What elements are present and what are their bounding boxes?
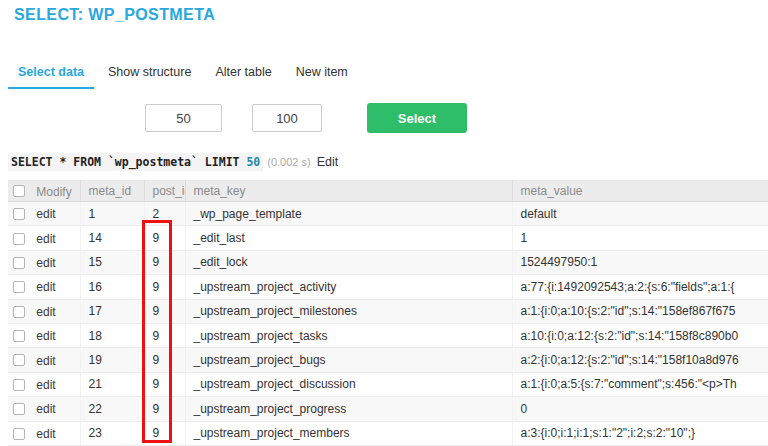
meta-key-cell: _upstream_project_bugs <box>185 348 512 372</box>
post-id-cell: 9 <box>144 299 185 323</box>
post-id-cell: 9 <box>144 226 185 250</box>
column-header-modify: Modify <box>8 181 80 202</box>
post-id-cell: 9 <box>144 348 185 372</box>
modify-cell: edit <box>8 275 80 299</box>
table-body: edit 1 2 _wp_page_template default edit … <box>8 202 768 446</box>
tab-new-item[interactable]: New item <box>286 60 358 89</box>
meta-id-cell: 23 <box>80 421 144 445</box>
edit-link[interactable]: edit <box>36 232 55 246</box>
page-title: SELECT: WP_POSTMETA <box>14 6 215 24</box>
edit-link[interactable]: edit <box>36 378 55 392</box>
row-checkbox[interactable] <box>13 233 25 245</box>
tab-select-data[interactable]: Select data <box>8 60 94 89</box>
meta-value-cell: a:10:{i:0;a:12:{s:2:"id";s:14:"158f8c890… <box>512 323 768 347</box>
meta-key-cell: _upstream_project_milestones <box>185 299 512 323</box>
sql-query-line: SELECT * FROM `wp_postmeta` LIMIT 50(0.0… <box>8 155 338 169</box>
row-checkbox[interactable] <box>13 306 25 318</box>
table-row: edit 15 9 _edit_lock 1524497950:1 <box>8 250 768 274</box>
meta-key-cell: _edit_last <box>185 226 512 250</box>
post-id-cell: 9 <box>144 250 185 274</box>
post-id-cell: 9 <box>144 397 185 421</box>
edit-link[interactable]: edit <box>36 305 55 319</box>
meta-key-cell: _upstream_project_activity <box>185 275 512 299</box>
table-row: edit 14 9 _edit_last 1 <box>8 226 768 250</box>
results-table-wrapper: Modify meta_id post_id meta_key meta_val… <box>8 180 768 446</box>
modify-cell: edit <box>8 202 80 226</box>
table-row: edit 1 2 _wp_page_template default <box>8 202 768 226</box>
row-checkbox[interactable] <box>13 379 25 391</box>
post-id-cell: 9 <box>144 372 185 396</box>
table-row: edit 17 9 _upstream_project_milestones a… <box>8 299 768 323</box>
meta-value-cell: default <box>512 202 768 226</box>
row-checkbox[interactable] <box>13 208 25 220</box>
meta-value-cell: a:77:{i:1492092543;a:2:{s:6:"fields";a:1… <box>512 275 768 299</box>
meta-id-cell: 15 <box>80 250 144 274</box>
column-header-meta-id[interactable]: meta_id <box>80 181 144 202</box>
modify-cell: edit <box>8 397 80 421</box>
column-header-meta-key[interactable]: meta_key <box>185 181 512 202</box>
sql-duration: (0.002 s) <box>267 156 310 168</box>
table-row: edit 23 9 _upstream_project_members a:3:… <box>8 421 768 445</box>
meta-id-cell: 22 <box>80 397 144 421</box>
edit-link[interactable]: edit <box>36 329 55 343</box>
modify-cell: edit <box>8 421 80 445</box>
edit-link[interactable]: edit <box>36 207 55 221</box>
sql-query-text: SELECT * FROM `wp_postmeta` LIMIT <box>11 155 246 169</box>
edit-link[interactable]: edit <box>36 280 55 294</box>
meta-value-cell: a:2:{i:0;a:12:{s:2:"id";s:14:"158f10a8d9… <box>512 348 768 372</box>
meta-value-cell: a:1:{i:0;a:5:{s:7:"comment";s:456:"<p>Th <box>512 372 768 396</box>
post-id-cell: 2 <box>144 202 185 226</box>
meta-value-cell: a:1:{i:0;a:10:{s:2:"id";s:14:"158ef867f6… <box>512 299 768 323</box>
modify-header-label: Modify <box>36 184 71 198</box>
post-id-cell: 9 <box>144 421 185 445</box>
modify-cell: edit <box>8 348 80 372</box>
modify-cell: edit <box>8 226 80 250</box>
post-id-cell: 9 <box>144 275 185 299</box>
select-button[interactable]: Select <box>367 103 467 133</box>
meta-key-cell: _wp_page_template <box>185 202 512 226</box>
table-row: edit 18 9 _upstream_project_tasks a:10:{… <box>8 323 768 347</box>
tab-bar: Select data Show structure Alter table N… <box>8 60 358 89</box>
row-checkbox[interactable] <box>13 330 25 342</box>
meta-id-cell: 16 <box>80 275 144 299</box>
limit-input[interactable] <box>145 104 222 132</box>
sql-query: SELECT * FROM `wp_postmeta` LIMIT 50 <box>8 153 263 171</box>
row-checkbox[interactable] <box>13 257 25 269</box>
row-checkbox[interactable] <box>13 403 25 415</box>
row-checkbox[interactable] <box>13 281 25 293</box>
modify-cell: edit <box>8 323 80 347</box>
select-all-checkbox[interactable] <box>13 185 25 197</box>
meta-id-cell: 21 <box>80 372 144 396</box>
meta-value-cell: 0 <box>512 397 768 421</box>
meta-key-cell: _edit_lock <box>185 250 512 274</box>
modify-cell: edit <box>8 250 80 274</box>
modify-cell: edit <box>8 299 80 323</box>
table-row: edit 22 9 _upstream_project_progress 0 <box>8 397 768 421</box>
meta-value-cell: a:3:{i:0;i:1;i:1;s:1:"2";i:2;s:2:"10";} <box>512 421 768 445</box>
text-length-input[interactable] <box>252 104 322 132</box>
meta-key-cell: _upstream_project_discussion <box>185 372 512 396</box>
modify-cell: edit <box>8 372 80 396</box>
column-header-meta-value[interactable]: meta_value <box>512 181 768 202</box>
edit-link[interactable]: edit <box>36 256 55 270</box>
column-header-post-id[interactable]: post_id <box>144 181 185 202</box>
meta-key-cell: _upstream_project_progress <box>185 397 512 421</box>
edit-link[interactable]: edit <box>36 402 55 416</box>
results-table: Modify meta_id post_id meta_key meta_val… <box>8 180 768 446</box>
tab-alter-table[interactable]: Alter table <box>205 60 281 89</box>
meta-id-cell: 18 <box>80 323 144 347</box>
table-row: edit 16 9 _upstream_project_activity a:7… <box>8 275 768 299</box>
sql-edit-link[interactable]: Edit <box>317 155 339 169</box>
table-row: edit 21 9 _upstream_project_discussion a… <box>8 372 768 396</box>
edit-link[interactable]: edit <box>36 427 55 441</box>
meta-id-cell: 19 <box>80 348 144 372</box>
row-checkbox[interactable] <box>13 428 25 440</box>
sql-limit-value: 50 <box>246 155 260 169</box>
meta-key-cell: _upstream_project_members <box>185 421 512 445</box>
post-id-cell: 9 <box>144 323 185 347</box>
tab-show-structure[interactable]: Show structure <box>98 60 201 89</box>
row-checkbox[interactable] <box>13 354 25 366</box>
edit-link[interactable]: edit <box>36 353 55 367</box>
table-header: Modify meta_id post_id meta_key meta_val… <box>8 181 768 202</box>
table-row: edit 19 9 _upstream_project_bugs a:2:{i:… <box>8 348 768 372</box>
